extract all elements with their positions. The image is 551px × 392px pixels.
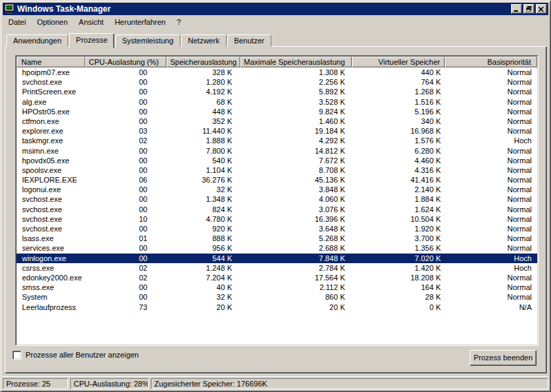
table-cell: smss.exe	[17, 282, 85, 292]
table-cell: 0 K	[352, 302, 445, 312]
status-bar: Prozesse: 25 CPU-Auslastung: 28% Zugesic…	[3, 376, 548, 389]
column-header-5[interactable]: Basispriorität	[445, 56, 537, 68]
table-cell: 2.784 K	[240, 263, 352, 273]
menu-item-herunterfahren[interactable]: Herunterfahren	[109, 16, 171, 29]
table-row-svchost.exe[interactable]: svchost.exe001.348 K4.060 K1.884 KNormal	[17, 194, 537, 204]
table-cell: 00	[85, 205, 167, 214]
minimize-button[interactable]	[511, 4, 522, 14]
table-cell: 00	[85, 254, 167, 263]
close-button[interactable]	[536, 4, 547, 14]
table-cell: 06	[85, 175, 167, 185]
table-cell: 4.460 K	[352, 156, 445, 165]
table-row-PrintScreen.exe[interactable]: PrintScreen.exe004.192 K5.892 K1.268 KNo…	[17, 87, 537, 96]
table-row-alg.exe[interactable]: alg.exe0068 K3.528 K1.516 KNormal	[17, 97, 537, 107]
table-cell: msimn.exe	[17, 146, 85, 156]
table-row-ctfmon.exe[interactable]: ctfmon.exe00352 K1.460 K340 KNormal	[17, 116, 537, 126]
table-cell: Normal	[445, 97, 537, 107]
table-row-Leerlaufprozess[interactable]: Leerlaufprozess7320 K20 K0 KN/A	[17, 302, 537, 312]
menu-item-datei[interactable]: Datei	[3, 16, 32, 29]
table-row-hpovdx05.exe[interactable]: hpovdx05.exe00540 K7.672 K4.460 KNormal	[17, 156, 537, 165]
table-cell: 00	[85, 97, 167, 107]
table-cell: 41.416 K	[352, 175, 445, 185]
table-row-svchost.exe[interactable]: svchost.exe104.780 K16.396 K10.504 KNorm…	[17, 214, 537, 224]
table-cell: 00	[85, 185, 167, 194]
title-bar: Windows Task-Manager	[3, 3, 548, 15]
table-cell: 00	[85, 87, 167, 96]
table-cell: HPOstr05.exe	[17, 107, 85, 116]
table-cell: Normal	[445, 77, 537, 87]
table-cell: 7.800 K	[167, 146, 240, 156]
table-row-System[interactable]: System0032 K860 K28 KNormal	[17, 292, 537, 302]
table-cell: 3.076 K	[240, 205, 352, 214]
table-row-msimn.exe[interactable]: msimn.exe007.800 K14.812 K6.280 KNormal	[17, 146, 537, 156]
end-process-button[interactable]: Prozess beenden	[470, 350, 537, 366]
table-cell: 00	[85, 165, 167, 175]
table-cell: lsass.exe	[17, 234, 85, 243]
table-row-HPOstr05.exe[interactable]: HPOstr05.exe00448 K9.824 K5.196 KNormal	[17, 107, 537, 116]
column-header-2[interactable]: Speicherauslastung	[167, 56, 240, 68]
table-cell: Normal	[445, 273, 537, 282]
table-cell: 764 K	[352, 77, 445, 87]
table-cell: 824 K	[167, 205, 240, 214]
table-cell: System	[17, 292, 85, 302]
app-icon	[4, 4, 15, 14]
table-cell: svchost.exe	[17, 214, 85, 224]
menu-item-[interactable]: ?	[171, 16, 186, 29]
tab-benutzer[interactable]: Benutzer	[227, 34, 271, 47]
table-row-logonui.exe[interactable]: logonui.exe0032 K3.848 K2.140 KNormal	[17, 185, 537, 194]
restore-button[interactable]	[523, 4, 534, 14]
column-header-0[interactable]: Name	[17, 56, 85, 68]
table-row-svchost.exe[interactable]: svchost.exe001.280 K2.256 K764 KNormal	[17, 77, 537, 87]
table-row-taskmgr.exe[interactable]: taskmgr.exe021.888 K4.292 K1.576 KHoch	[17, 136, 537, 145]
table-cell: hpoipm07.exe	[17, 68, 85, 77]
table-cell: 00	[85, 107, 167, 116]
table-row-explorer.exe[interactable]: explorer.exe0311.440 K19.184 K16.968 KNo…	[17, 126, 537, 136]
table-cell: 448 K	[167, 107, 240, 116]
table-cell: taskmgr.exe	[17, 136, 85, 145]
table-cell: 02	[85, 263, 167, 273]
show-all-users-checkbox[interactable]	[12, 351, 21, 360]
status-commit-memory: Zugesicherter Speicher: 176696K	[151, 378, 548, 389]
table-cell: 00	[85, 156, 167, 165]
table-cell: 45.136 K	[240, 175, 352, 185]
table-cell: Hoch	[445, 254, 537, 263]
table-row-winlogon.exe[interactable]: winlogon.exe00544 K7.848 K7.020 KHoch	[17, 254, 537, 263]
table-cell: 16.396 K	[240, 214, 352, 224]
column-header-3[interactable]: Maximale Speicherauslastung	[240, 56, 352, 68]
table-cell: svchost.exe	[17, 77, 85, 87]
table-cell: 4.316 K	[352, 165, 445, 175]
table-cell: 00	[85, 146, 167, 156]
processes-tab-page: NameCPU-Auslastung (%)Speicherauslastung…	[5, 46, 547, 373]
table-cell: 16.968 K	[352, 126, 445, 136]
tab-netzwerk[interactable]: Netzwerk	[181, 34, 227, 47]
table-cell: csrss.exe	[17, 263, 85, 273]
table-row-edonkey2000.exe[interactable]: edonkey2000.exe027.204 K17.564 K18.208 K…	[17, 273, 537, 282]
tab-prozesse[interactable]: Prozesse	[69, 33, 114, 48]
table-row-services.exe[interactable]: services.exe00956 K2.688 K1.356 KNormal	[17, 243, 537, 253]
table-cell: Normal	[445, 126, 537, 136]
table-cell: 1.420 K	[352, 263, 445, 273]
table-row-svchost.exe[interactable]: svchost.exe00920 K3.648 K1.920 KNormal	[17, 224, 537, 234]
tab-anwendungen[interactable]: Anwendungen	[6, 34, 68, 47]
table-row-spoolsv.exe[interactable]: spoolsv.exe001.104 K8.708 K4.316 KNormal	[17, 165, 537, 175]
column-header-4[interactable]: Virtueller Speicher	[352, 56, 445, 68]
column-header-1[interactable]: CPU-Auslastung (%)	[85, 56, 167, 68]
table-cell: 5.196 K	[352, 107, 445, 116]
table-cell: 920 K	[167, 224, 240, 234]
table-cell: 00	[85, 243, 167, 253]
table-row-IEXPLORE.EXE[interactable]: IEXPLORE.EXE0636.276 K45.136 K41.416 KNo…	[17, 175, 537, 185]
table-row-smss.exe[interactable]: smss.exe0040 K2.112 K164 KNormal	[17, 282, 537, 292]
tab-systemleistung[interactable]: Systemleistung	[115, 34, 180, 47]
table-row-csrss.exe[interactable]: csrss.exe021.248 K2.784 K1.420 KHoch	[17, 263, 537, 273]
table-cell: 8.708 K	[240, 165, 352, 175]
table-row-svchost.exe[interactable]: svchost.exe00824 K3.076 K1.624 KNormal	[17, 205, 537, 214]
table-row-hpoipm07.exe[interactable]: hpoipm07.exe00328 K1.308 K440 KNormal	[17, 68, 537, 77]
table-cell: 340 K	[352, 116, 445, 126]
table-cell: 956 K	[167, 243, 240, 253]
menu-item-ansicht[interactable]: Ansicht	[73, 16, 109, 29]
menu-item-optionen[interactable]: Optionen	[32, 16, 74, 29]
table-cell: 5.268 K	[240, 234, 352, 243]
table-cell: 1.308 K	[240, 68, 352, 77]
table-cell: 00	[85, 224, 167, 234]
table-row-lsass.exe[interactable]: lsass.exe01888 K5.268 K3.700 KNormal	[17, 234, 537, 243]
